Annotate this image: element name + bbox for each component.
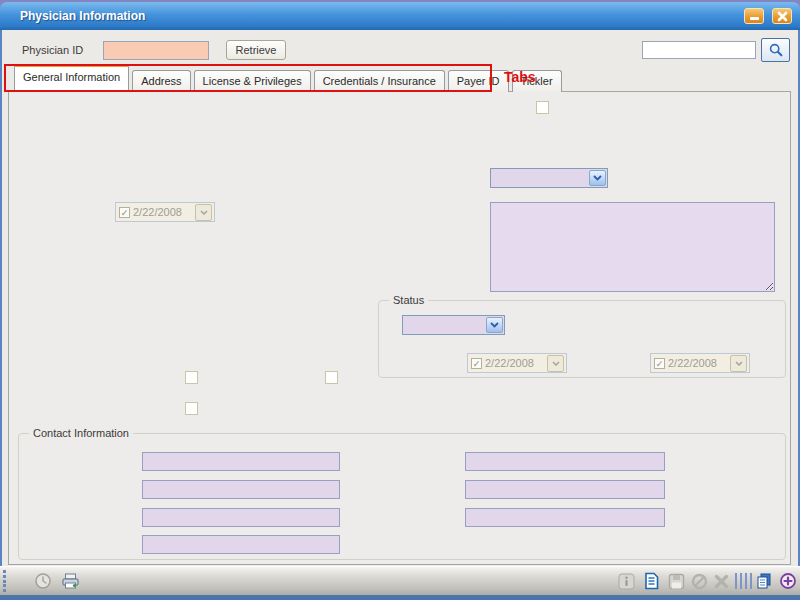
chevron-down-icon <box>200 210 208 215</box>
tabs-annotation-label: Tabs <box>504 69 536 85</box>
chevron-down-icon <box>593 175 602 181</box>
cancel-icon <box>691 573 708 590</box>
info-icon <box>618 573 635 590</box>
birth-date-checkbox[interactable]: ✓ <box>119 207 130 218</box>
status-dropdown-button[interactable] <box>486 317 503 333</box>
status-group-label: Status <box>389 294 428 306</box>
tab-general-information[interactable]: General Information <box>14 64 129 92</box>
office-phone-input[interactable] <box>142 508 340 527</box>
tab-address[interactable]: Address <box>132 70 190 92</box>
birth-date-value: 2/22/2008 <box>133 206 195 218</box>
minimize-icon <box>750 17 759 20</box>
minimize-button[interactable] <box>744 8 764 24</box>
print-button[interactable] <box>60 571 80 591</box>
toolbar-separator-bars <box>733 571 753 591</box>
effective-from-dropdown-button[interactable] <box>547 355 564 372</box>
copy-pages-icon <box>755 572 773 590</box>
window-title: Physician Information <box>20 2 145 30</box>
toolbar-grip[interactable] <box>3 570 7 592</box>
contact-information-groupbox: Contact Information <box>18 433 786 560</box>
titlebar: Physician Information <box>0 2 800 30</box>
close-button[interactable] <box>772 8 792 24</box>
physician-id-input[interactable] <box>103 41 209 60</box>
chevron-down-icon <box>490 322 499 328</box>
chevron-down-icon <box>552 361 560 366</box>
tab-license-privileges[interactable]: License & Privileges <box>194 70 311 92</box>
delete-x-icon <box>713 573 730 590</box>
effective-to-checkbox[interactable]: ✓ <box>654 358 665 369</box>
delete-button[interactable] <box>711 571 731 591</box>
document-icon <box>643 572 660 590</box>
effective-to-value: 2/22/2008 <box>668 357 730 369</box>
search-icon <box>768 42 784 58</box>
tab-credentials-insurance[interactable]: Credentials / Insurance <box>314 70 445 92</box>
effective-to-dropdown-button[interactable] <box>730 355 747 372</box>
printer-icon <box>61 572 80 590</box>
window-bottom-border <box>0 595 800 600</box>
info-button[interactable] <box>616 571 636 591</box>
effective-from-value: 2/22/2008 <box>485 357 547 369</box>
mobile-phone-input[interactable] <box>465 452 665 471</box>
chevron-down-icon <box>735 361 743 366</box>
search-button[interactable] <box>761 38 790 62</box>
new-document-button[interactable] <box>641 571 661 591</box>
copy-button[interactable] <box>754 571 774 591</box>
add-record-button[interactable] <box>778 571 798 591</box>
add-plus-circle-icon <box>779 572 797 590</box>
practitioner-db-check-checkbox[interactable] <box>185 402 198 415</box>
physician-id-label: Physician ID <box>22 44 83 56</box>
home-phone-input[interactable] <box>142 535 340 554</box>
cancel-button[interactable] <box>689 571 709 591</box>
fax-input[interactable] <box>465 480 665 499</box>
criminal-check-checkbox[interactable] <box>185 371 198 384</box>
scheduling-group-dropdown-button[interactable] <box>589 170 606 186</box>
investor-checkbox[interactable] <box>536 101 549 114</box>
clock-icon <box>34 572 52 590</box>
effective-from-picker[interactable]: ✓ 2/22/2008 <box>467 353 567 373</box>
tab-payer-id[interactable]: Payer ID <box>448 70 509 92</box>
effective-from-checkbox[interactable]: ✓ <box>471 358 482 369</box>
save-button[interactable] <box>666 571 686 591</box>
contact-information-group-label: Contact Information <box>29 427 133 439</box>
emergency-contact-input[interactable] <box>142 452 340 471</box>
tab-bar: General Information Address License & Pr… <box>14 67 562 92</box>
birth-date-dropdown-button[interactable] <box>195 204 212 221</box>
emergency-phone-input[interactable] <box>142 480 340 499</box>
medicare-ban-check-checkbox[interactable] <box>325 371 338 384</box>
physician-information-window: Physician Information Physician ID Retri… <box>0 0 800 600</box>
retrieve-button[interactable]: Retrieve <box>226 40 286 60</box>
scheduling-group-dropdown[interactable] <box>490 168 608 188</box>
birth-date-picker[interactable]: ✓ 2/22/2008 <box>115 202 215 222</box>
comment-textarea[interactable] <box>490 202 775 292</box>
save-icon <box>668 573 685 590</box>
close-icon <box>777 11 788 22</box>
search-input[interactable] <box>642 41 756 59</box>
status-dropdown[interactable] <box>402 315 505 335</box>
history-button[interactable] <box>33 571 53 591</box>
effective-to-picker[interactable]: ✓ 2/22/2008 <box>650 353 750 373</box>
pager-input[interactable] <box>465 508 665 527</box>
